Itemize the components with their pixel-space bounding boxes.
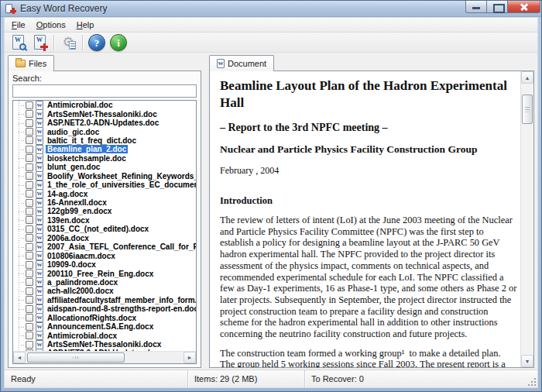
word-doc-icon: W [36, 145, 43, 153]
document-author: Nuclear and Particle Physics Facility Co… [220, 143, 517, 156]
file-item[interactable]: W2007_Asia_TEFL_Conference_Call_for_Pres… [13, 242, 196, 251]
file-item[interactable]: Waffiliatedfacultystaff_member_info_form… [13, 296, 196, 304]
file-checkbox[interactable] [26, 146, 33, 153]
file-checkbox[interactable] [26, 278, 33, 286]
file-item[interactable]: WASP.NET2.0-ADN-Updates.docx [13, 349, 196, 351]
file-item[interactable]: W16-AnnexII.docx [13, 198, 196, 207]
search-input[interactable] [12, 84, 197, 98]
h-scroll-track[interactable] [26, 352, 184, 363]
file-item[interactable]: W122gb99_en.docx [13, 207, 196, 215]
file-checkbox[interactable] [26, 305, 33, 313]
file-checkbox[interactable] [26, 119, 33, 127]
file-checkbox[interactable] [26, 136, 33, 144]
file-item[interactable]: Wach-allc2000.docx [13, 287, 196, 295]
file-checkbox[interactable] [26, 252, 33, 260]
file-checkbox[interactable] [26, 163, 33, 171]
file-item[interactable]: W1_the_role_of_universities_EC_document_… [13, 181, 196, 189]
file-checkbox[interactable] [26, 199, 33, 207]
recover-button[interactable]: W [29, 33, 50, 52]
maximize-button[interactable] [487, 1, 508, 13]
file-item[interactable]: W0315_CC_(not_edited).docx [13, 225, 196, 233]
file-item[interactable]: Wbaltic_it_t_freq_dict.doc [13, 136, 196, 145]
tab-document[interactable]: W Document [209, 55, 274, 71]
file-item[interactable]: W14-ag.docx [13, 189, 196, 198]
about-button[interactable]: i [108, 33, 129, 52]
word-doc-icon: W [36, 198, 43, 207]
file-checkbox[interactable] [26, 190, 33, 198]
file-name-label: aidspan-round-8-strengths-report-en.docx [46, 304, 196, 313]
help-button[interactable]: ? [86, 33, 108, 52]
file-item[interactable]: Wblunt_gen.doc [13, 163, 196, 171]
settings-button[interactable]: ⚙ [57, 33, 79, 52]
status-bar: Ready Items: 29 (2 MB) To Recover: 0 [5, 370, 537, 387]
document-paragraphs: The review of letters of intent (LoI) at… [220, 215, 517, 367]
file-item[interactable]: WAntimicrobial.docx [13, 331, 196, 339]
file-checkbox[interactable] [26, 208, 33, 215]
file-item[interactable]: W2006a.docx [13, 234, 196, 242]
file-checkbox[interactable] [26, 172, 33, 180]
scroll-left-icon[interactable]: ◄ [13, 352, 26, 363]
scan-button[interactable]: W [7, 33, 29, 52]
v-scroll-track[interactable] [521, 84, 533, 355]
file-checkbox[interactable] [26, 323, 33, 331]
toolbar-separator [53, 35, 54, 50]
file-item[interactable]: WArtsSemNet-Thessaloniki.doc [13, 109, 196, 118]
file-item[interactable]: WAntimicrobial.doc [13, 101, 196, 109]
file-item[interactable]: W10909-0.docx [13, 260, 196, 269]
file-name-label: 2006a.docx [46, 234, 91, 242]
file-checkbox[interactable] [26, 110, 33, 118]
word-doc-icon: W [36, 136, 43, 145]
scroll-right-icon[interactable]: ► [184, 352, 196, 363]
file-checkbox[interactable] [26, 349, 33, 351]
v-scroll-thumb[interactable] [522, 95, 533, 124]
file-checkbox[interactable] [26, 332, 33, 339]
close-button[interactable] [508, 1, 540, 13]
file-item[interactable]: Waudio_gic.doc [13, 127, 196, 136]
file-checkbox[interactable] [26, 296, 33, 304]
file-checkbox[interactable] [26, 270, 33, 277]
file-checkbox[interactable] [26, 314, 33, 322]
scroll-down-icon[interactable]: ▼ [521, 355, 533, 367]
file-name-label: 16-AnnexII.docx [46, 198, 108, 207]
file-name-label: 139en.docx [46, 216, 91, 225]
file-checkbox[interactable] [26, 261, 33, 269]
menu-options[interactable]: Options [31, 19, 71, 31]
file-item[interactable]: WBeamline_plan_2.doc [13, 145, 196, 153]
document-paragraph: The construction team formed a working g… [220, 348, 517, 367]
file-checkbox[interactable] [26, 154, 33, 162]
main-content: Files Search: WAntimicrobial.docWArtsSem… [5, 53, 537, 370]
file-checkbox[interactable] [26, 101, 33, 109]
file-checkbox[interactable] [26, 341, 33, 349]
tab-document-label: Document [228, 59, 266, 68]
horizontal-scrollbar[interactable]: ◄ ► [13, 351, 196, 363]
file-item[interactable]: WArtsSemNet-Thessaloniki.docx [13, 340, 196, 349]
file-item[interactable]: W200110_Free_Rein_Eng.docx [13, 269, 196, 277]
file-checkbox[interactable] [26, 287, 33, 295]
file-item[interactable]: W010806iaacm.docx [13, 251, 196, 260]
file-checkbox[interactable] [26, 181, 33, 189]
file-checkbox[interactable] [26, 234, 33, 242]
file-item[interactable]: WAllocationofRights.docx [13, 314, 196, 322]
resize-grip-icon[interactable] [527, 377, 537, 387]
file-checkbox[interactable] [26, 243, 33, 251]
vertical-scrollbar[interactable]: ▲ ▼ [520, 71, 533, 367]
file-item[interactable]: W139en.docx [13, 216, 196, 225]
file-item[interactable]: Wbiosketchsample.doc [13, 154, 196, 163]
file-item[interactable]: WAnnouncement.SA.Eng.docx [13, 322, 196, 331]
h-scroll-thumb[interactable] [27, 352, 125, 363]
tab-files[interactable]: Files [8, 55, 54, 71]
file-checkbox[interactable] [26, 128, 33, 136]
file-checkbox[interactable] [26, 216, 33, 224]
word-doc-icon: W [36, 331, 43, 339]
file-item[interactable]: WBoolify_Worksheet_Refining_Keywords_v1.… [13, 172, 196, 181]
file-item[interactable]: WASP.NET2.0-ADN-Updates.doc [13, 119, 196, 127]
scroll-up-icon[interactable]: ▲ [521, 71, 533, 84]
file-checkbox[interactable] [26, 225, 33, 233]
menu-file[interactable]: File [6, 19, 31, 31]
word-doc-icon: W [36, 296, 43, 304]
minimize-button[interactable] [465, 1, 487, 13]
file-item[interactable]: Waidspan-round-8-strengths-report-en.doc… [13, 304, 196, 313]
menu-help[interactable]: Help [71, 19, 100, 31]
status-ready: Ready [5, 370, 187, 387]
file-item[interactable]: Wa_palindrome.docx [13, 278, 196, 287]
